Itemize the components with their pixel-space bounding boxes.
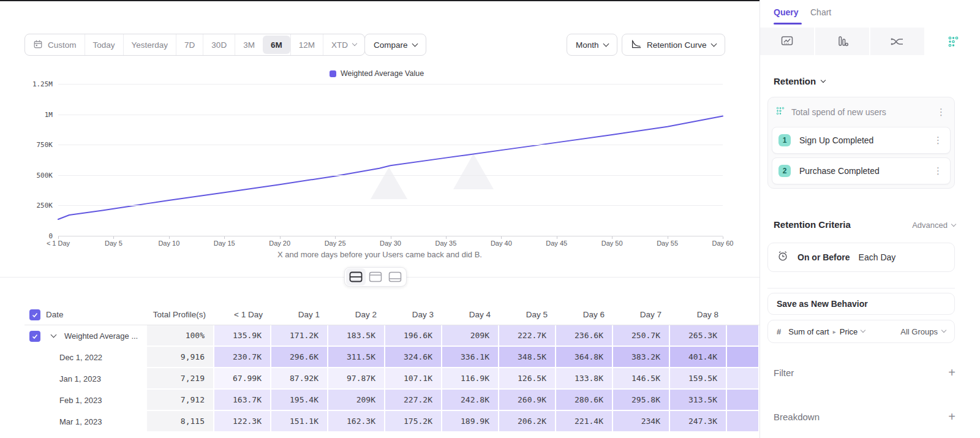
- compare-button[interactable]: Compare: [364, 34, 426, 56]
- header-day-8: Day 8: [670, 304, 727, 325]
- retention-value-cell-partial: [727, 390, 760, 411]
- behavior-step-1[interactable]: 1Sign Up Completed⋮: [772, 127, 951, 154]
- retention-value-cell: 209K: [442, 325, 499, 347]
- kebab-menu-icon[interactable]: ⋮: [932, 165, 944, 176]
- x-axis-tick: [723, 236, 723, 239]
- range-yesterday[interactable]: Yesterday: [123, 34, 176, 55]
- x-axis-tick: [391, 236, 391, 239]
- table-row: Jan 1, 20237,21967.99K87.92K97.87K107.1K…: [24, 368, 760, 390]
- tab-query[interactable]: Query: [774, 7, 798, 17]
- retention-value-cell: 230.7K: [214, 347, 271, 368]
- retention-icon[interactable]: [925, 28, 980, 55]
- range-3m[interactable]: 3M: [235, 34, 263, 55]
- row-checkbox[interactable]: [29, 309, 40, 320]
- query-sidebar: Query Chart: [760, 0, 980, 438]
- funnels-icon[interactable]: [815, 28, 870, 55]
- retention-value-cell: 348.5K: [499, 347, 556, 368]
- range-6m[interactable]: 6M: [263, 36, 290, 54]
- retention-value-cell: 163.7K: [214, 390, 271, 411]
- on-or-before-row[interactable]: On or Before Each Day: [768, 243, 954, 271]
- chart-type-select[interactable]: Retention Curve: [622, 34, 725, 56]
- layout-split-view-button[interactable]: [346, 268, 366, 285]
- x-axis-tick: [113, 236, 114, 239]
- range-7d[interactable]: 7D: [176, 34, 203, 55]
- chevron-down-icon: [352, 41, 357, 46]
- retention-value-cell: 135.9K: [214, 325, 271, 347]
- retention-value-cell-partial: [727, 368, 760, 390]
- save-as-new-behavior-button[interactable]: Save as New Behavior: [767, 293, 955, 315]
- retention-dashboard: Custom TodayYesterday7D30D3M6M12MXTD Com…: [0, 0, 980, 438]
- legend-label: Weighted Average Value: [341, 69, 424, 78]
- header-day-7: Day 7: [613, 304, 670, 325]
- retention-value-cell: 206.2K: [499, 411, 556, 432]
- retention-value-cell: 122.3K: [214, 411, 271, 432]
- date-range-group: Custom TodayYesterday7D30D3M6M12MXTD: [24, 34, 365, 56]
- retention-curve-icon: [631, 39, 642, 51]
- row-date-cell: Dec 1, 2022: [24, 347, 147, 368]
- retention-value-cell: 221.4K: [556, 411, 613, 432]
- chevron-down-icon: [821, 77, 826, 82]
- retention-curve-chart: [24, 80, 735, 251]
- behavior-card: Total spend of new users ⋮ 1Sign Up Comp…: [767, 97, 955, 189]
- retention-value-cell: 151.1K: [271, 411, 328, 432]
- range-12m[interactable]: 12M: [290, 34, 323, 55]
- layout-table-view-button[interactable]: [385, 268, 405, 285]
- expand-chevron-icon[interactable]: [51, 332, 57, 338]
- kebab-menu-icon[interactable]: ⋮: [932, 135, 944, 146]
- behavior-title-row[interactable]: Total spend of new users ⋮: [772, 101, 951, 123]
- arrow-right-icon: ▸: [833, 328, 836, 335]
- add-filter-button[interactable]: +: [948, 366, 956, 379]
- retention-value-cell: 87.92K: [271, 368, 328, 390]
- row-label: Jan 1, 2023: [59, 374, 101, 383]
- range-custom-label: Custom: [48, 40, 77, 50]
- retention-value-cell: 227.2K: [385, 390, 442, 411]
- kebab-menu-icon[interactable]: ⋮: [935, 107, 947, 118]
- retention-value-cell: 162.3K: [328, 411, 385, 432]
- behavior-step-2[interactable]: 2Purchase Completed⋮: [772, 157, 951, 184]
- layout-chart-view-button[interactable]: [366, 268, 385, 285]
- chevron-down-icon: [951, 221, 956, 226]
- header-date: Date: [24, 304, 147, 325]
- retention-value-cell: 234K: [613, 411, 670, 432]
- x-axis-tick: [668, 236, 668, 239]
- range-custom[interactable]: Custom: [25, 34, 85, 55]
- x-axis-tick-label: Day 40: [479, 240, 523, 247]
- all-groups-dropdown[interactable]: All Groups: [900, 327, 946, 336]
- retention-table: DateTotal Profile(s)< 1 DayDay 1Day 2Day…: [24, 304, 760, 432]
- row-label: Feb 1, 2023: [59, 396, 102, 405]
- chevron-down-icon: [941, 328, 946, 333]
- header-date-label: Date: [46, 310, 64, 319]
- criteria-condition: On or Before: [797, 252, 850, 262]
- retention-section-header[interactable]: Retention: [774, 76, 825, 86]
- tab-chart[interactable]: Chart: [810, 7, 831, 17]
- advanced-dropdown[interactable]: Advanced: [912, 221, 956, 230]
- insights-icon[interactable]: [760, 28, 815, 55]
- retention-value-cell: 247.3K: [670, 411, 727, 432]
- table-row: Mar 1, 20238,115122.3K151.1K162.3K175.2K…: [24, 411, 760, 432]
- gridline: [58, 175, 723, 176]
- y-axis-tick-label: 1M: [22, 111, 53, 119]
- chart-line-svg: [24, 80, 735, 251]
- measure-property-dropdown[interactable]: Sum of cart ▸ Price: [788, 327, 865, 336]
- header--1-day: < 1 Day: [214, 304, 271, 325]
- x-axis-tick: [58, 236, 59, 239]
- row-checkbox[interactable]: [29, 331, 40, 342]
- granularity-select[interactable]: Month: [567, 34, 617, 56]
- retention-value-cell: 401.4K: [670, 347, 727, 368]
- range-30d[interactable]: 30D: [203, 34, 235, 55]
- row-date-cell: Weighted Average ...: [24, 325, 147, 347]
- flows-icon[interactable]: [870, 28, 925, 55]
- gridline: [58, 84, 723, 85]
- retention-value-cell-partial: [727, 347, 760, 368]
- add-breakdown-button[interactable]: +: [948, 410, 956, 423]
- x-axis-tick: [501, 236, 502, 239]
- step-number-badge: 2: [778, 165, 791, 177]
- calendar-icon: [33, 39, 43, 51]
- retention-value-cell: 311.5K: [328, 347, 385, 368]
- range-xtd[interactable]: XTD: [323, 34, 364, 55]
- legend-item-weighted-average[interactable]: Weighted Average Value: [24, 69, 729, 78]
- layout-toggle-group: [344, 267, 407, 287]
- compare-label: Compare: [374, 40, 408, 50]
- range-today[interactable]: Today: [85, 34, 123, 55]
- row-label: Dec 1, 2022: [59, 353, 102, 362]
